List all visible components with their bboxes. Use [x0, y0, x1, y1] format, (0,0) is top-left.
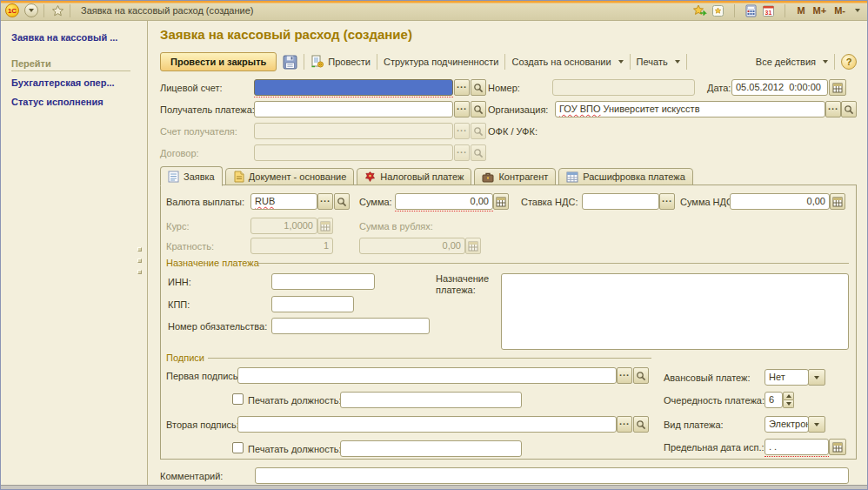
purpose-textarea[interactable] — [501, 273, 849, 350]
organization-open-button[interactable] — [841, 101, 857, 117]
payee-open-button[interactable] — [471, 101, 486, 117]
first-signature-select-button[interactable]: ... — [617, 367, 632, 384]
post-and-close-button[interactable]: Провести и закрыть — [160, 52, 277, 71]
currency-field[interactable]: RUB — [250, 193, 317, 210]
print-position-checkbox-2[interactable] — [232, 442, 244, 453]
advance-payment-field[interactable]: Нет — [765, 369, 809, 386]
first-signature-label: Первая подпись: — [166, 371, 241, 381]
exchange-rate-calc-button[interactable] — [317, 218, 333, 234]
tab-counterparty[interactable]: Контрагент — [474, 168, 556, 185]
second-signature-select-button[interactable]: ... — [617, 416, 632, 433]
personal-account-label: Лицевой счет: — [160, 83, 223, 93]
personal-account-open-button[interactable] — [471, 79, 486, 96]
currency-open-button[interactable] — [334, 193, 350, 210]
spin-up-button[interactable] — [783, 392, 794, 400]
payment-kind-label: Вид платежа: — [664, 420, 724, 430]
amount-label: Сумма: — [359, 197, 392, 207]
vat-rate-field[interactable] — [582, 193, 659, 210]
priority-spinner — [783, 392, 794, 408]
amount-in-rubles-field[interactable]: 0,00 — [359, 238, 465, 254]
titlebar-overflow-chevron-icon[interactable] — [855, 9, 860, 12]
splitter-handle[interactable] — [137, 247, 142, 252]
payment-kind-field[interactable]: Электронно — [765, 416, 809, 433]
save-button[interactable] — [283, 55, 297, 70]
print-position-field-2[interactable] — [340, 440, 522, 457]
divider — [734, 4, 735, 17]
organization-field[interactable]: ГОУ ВПО Университет искусств — [555, 101, 825, 117]
sidebar-item-current-document[interactable]: Заявка на кассовый ... — [11, 32, 117, 43]
payee-select-button[interactable]: ... — [454, 101, 470, 117]
priority-field[interactable]: 6 — [765, 392, 783, 408]
currency-value: RUB — [255, 196, 275, 206]
first-signature-open-button[interactable] — [633, 367, 649, 384]
second-signature-open-button[interactable] — [633, 416, 649, 433]
calculator-icon[interactable] — [744, 4, 758, 17]
payment-kind-dropdown-button[interactable] — [808, 416, 825, 433]
exchange-rate-field[interactable]: 1,0000 — [250, 218, 317, 234]
application-window: 1С Заявка на кассовый расход (создание) … — [0, 0, 868, 490]
memory-recall-button[interactable]: M — [795, 5, 806, 16]
favorites-star-icon[interactable] — [51, 4, 64, 17]
help-button[interactable]: ? — [841, 54, 857, 70]
purpose-group-line — [258, 263, 849, 264]
create-on-basis-button[interactable]: Создать на основании — [511, 57, 623, 67]
print-button[interactable]: Печать — [637, 57, 680, 67]
payee-field[interactable] — [254, 101, 453, 117]
splitter-handle[interactable] — [137, 258, 142, 263]
currency-label: Валюта выплаты: — [166, 197, 244, 207]
all-actions-button[interactable]: Все действия — [756, 57, 828, 67]
tab-payment-details[interactable]: Расшифровка платежа — [558, 168, 693, 185]
1c-logo-icon[interactable]: 1С — [5, 3, 19, 17]
organization-select-button[interactable]: ... — [825, 101, 841, 117]
inn-field[interactable] — [271, 273, 375, 290]
number-field[interactable] — [552, 79, 695, 96]
amount-field[interactable]: 0,00 — [395, 193, 493, 210]
amount-in-rubles-calc-button[interactable] — [465, 238, 481, 254]
advance-payment-dropdown-button[interactable] — [808, 369, 825, 386]
print-position-field-1[interactable] — [340, 392, 522, 408]
subordination-structure-button[interactable]: Структура подчиненности — [384, 57, 499, 67]
memory-add-button[interactable]: M+ — [811, 5, 829, 16]
favorites-list-icon[interactable] — [711, 4, 724, 17]
post-document-icon — [310, 55, 324, 69]
comment-field[interactable] — [255, 467, 849, 484]
second-signature-field[interactable] — [237, 416, 617, 433]
payee-account-select-button[interactable]: ... — [454, 123, 470, 139]
vat-amount-field[interactable]: 0,00 — [730, 193, 830, 210]
spin-down-button[interactable] — [783, 400, 794, 408]
multiplicity-field[interactable]: 1 — [250, 238, 333, 254]
sidebar-item-execution-status[interactable]: Статус исполнения — [11, 97, 103, 107]
calc-grid-icon — [468, 241, 478, 252]
contract-select-button[interactable]: ... — [454, 144, 470, 161]
date-field[interactable]: 05.05.2012 0:00:00 — [731, 79, 828, 96]
deadline-calendar-button[interactable] — [829, 439, 846, 455]
print-position-checkbox-1[interactable] — [232, 393, 244, 405]
tab-tax-payment[interactable]: Налоговый платеж — [357, 168, 471, 185]
personal-account-select-button[interactable]: ... — [454, 79, 470, 96]
main-menu-button[interactable] — [24, 3, 38, 17]
personal-account-field[interactable] — [254, 79, 453, 96]
payee-account-field[interactable] — [254, 123, 453, 139]
payee-account-open-button[interactable] — [471, 123, 486, 139]
vat-rate-select-button[interactable]: ... — [659, 193, 675, 210]
sidebar-item-accounting-operation[interactable]: Бухгалтерская опер... — [11, 77, 115, 88]
memory-subtract-button[interactable]: M- — [832, 5, 847, 16]
tab-base-document[interactable]: Документ - основание — [225, 168, 355, 185]
contract-open-button[interactable] — [471, 144, 486, 161]
kpp-field[interactable] — [271, 296, 354, 312]
organization-value-flagged: ГОУ ВПО — [559, 104, 601, 114]
contract-field[interactable] — [254, 144, 453, 161]
deadline-field[interactable]: . . — [765, 439, 829, 455]
first-signature-field[interactable] — [237, 367, 617, 384]
amount-calc-button[interactable] — [493, 193, 509, 210]
calendar-icon[interactable]: 31 — [762, 4, 775, 17]
tab-request[interactable]: Заявка — [160, 166, 223, 186]
obligation-number-field[interactable] — [271, 318, 430, 334]
post-button[interactable]: Провести — [310, 55, 371, 69]
date-calendar-button[interactable] — [829, 79, 846, 96]
magnifier-icon — [337, 197, 347, 207]
vat-amount-calc-button[interactable] — [830, 193, 845, 210]
add-to-favorites-icon[interactable] — [692, 4, 707, 17]
splitter-handle[interactable] — [137, 270, 142, 274]
currency-select-button[interactable]: ... — [317, 193, 333, 210]
